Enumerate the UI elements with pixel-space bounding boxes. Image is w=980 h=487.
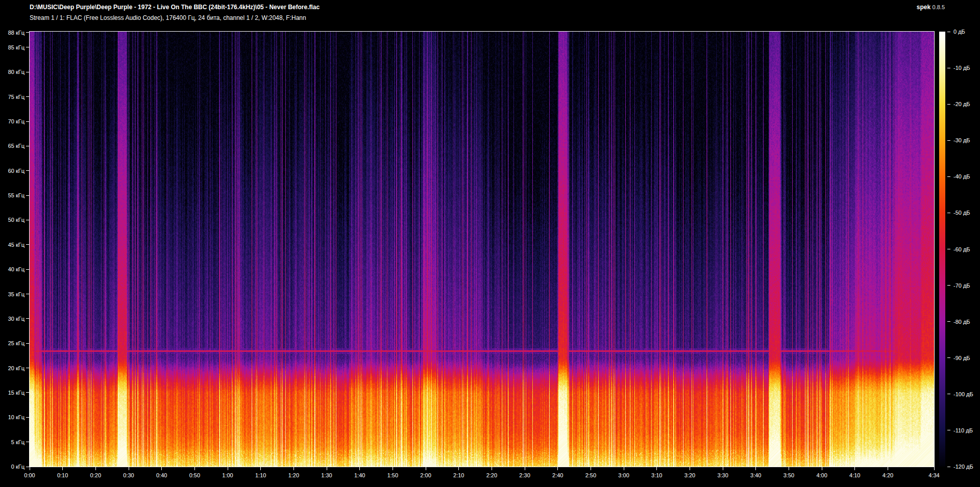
db-tick-mark [947, 394, 950, 394]
app-name-label: spek [917, 4, 930, 11]
freq-tick-label: 5 кГц [1, 439, 24, 445]
spek-window: D:\MUSIC\Deep Purple\Deep Purple - 1972 … [0, 0, 980, 487]
db-legend-gradient [939, 32, 945, 467]
freq-tick-mark [26, 96, 29, 97]
time-tick-label: 3:00 [618, 472, 629, 478]
db-tick-label: -120 дБ [953, 464, 973, 470]
time-tick-mark [95, 467, 96, 470]
freq-tick-label: 50 кГц [1, 217, 24, 223]
freq-tick-label: 10 кГц [1, 414, 24, 420]
time-tick-mark [129, 467, 129, 470]
time-tick-label: 2:10 [453, 472, 464, 478]
time-tick-mark [656, 467, 657, 470]
freq-tick-label: 45 кГц [1, 242, 24, 248]
freq-tick-label: 40 кГц [1, 266, 24, 272]
spectrogram-plot[interactable] [30, 32, 934, 467]
time-tick-label: 4:00 [816, 472, 827, 478]
db-tick-mark [947, 213, 950, 213]
freq-tick-label: 25 кГц [1, 340, 24, 346]
freq-tick-mark [26, 318, 29, 319]
time-tick-mark [591, 467, 591, 470]
time-tick-mark [393, 467, 393, 470]
freq-tick-label: 60 кГц [1, 168, 24, 174]
time-tick-label: 3:40 [750, 472, 761, 478]
time-tick-mark [624, 467, 624, 470]
time-tick-mark [557, 467, 558, 470]
freq-tick-mark [26, 368, 29, 368]
time-tick-mark [228, 467, 228, 470]
time-tick-label: 3:20 [684, 472, 695, 478]
time-tick-mark [327, 467, 327, 470]
freq-tick-mark [26, 121, 29, 122]
freq-tick-mark [26, 47, 29, 47]
time-tick-label: 0:30 [123, 472, 134, 478]
time-tick-label: 1:10 [255, 472, 266, 478]
freq-tick-mark [26, 467, 29, 467]
freq-tick-mark [26, 417, 29, 418]
time-tick-label: 3:30 [717, 472, 728, 478]
time-tick-mark [723, 467, 723, 470]
db-tick-label: -110 дБ [953, 427, 973, 433]
freq-tick-mark [26, 269, 29, 270]
freq-tick-mark [26, 294, 29, 294]
time-tick-mark [293, 467, 294, 470]
db-tick-mark [947, 68, 950, 68]
app-version: spek 0.8.5 [917, 4, 945, 11]
db-tick-label: -100 дБ [953, 391, 973, 397]
db-tick-mark [947, 32, 950, 32]
time-tick-label: 1:30 [321, 472, 332, 478]
db-tick-label: -70 дБ [953, 283, 970, 289]
time-tick-mark [161, 467, 162, 470]
time-tick-mark [458, 467, 459, 470]
db-tick-label: -10 дБ [953, 65, 970, 71]
time-tick-mark [30, 467, 30, 470]
db-tick-mark [947, 104, 950, 105]
freq-tick-mark [26, 244, 29, 245]
time-tick-label: 2:20 [486, 472, 497, 478]
time-tick-label: 2:00 [420, 472, 431, 478]
freq-tick-mark [26, 72, 29, 72]
db-tick-mark [947, 249, 950, 249]
time-tick-label: 0:10 [57, 472, 68, 478]
time-tick-mark [260, 467, 261, 470]
freq-tick-label: 88 кГц [1, 30, 24, 36]
db-tick-mark [947, 357, 950, 358]
freq-tick-mark [26, 32, 29, 33]
time-tick-label: 4:34 [928, 472, 939, 478]
db-tick-mark [947, 430, 950, 430]
time-tick-mark [822, 467, 822, 470]
db-tick-label: -60 дБ [953, 246, 970, 252]
time-tick-mark [492, 467, 492, 470]
time-tick-mark [62, 467, 63, 470]
time-tick-label: 3:50 [783, 472, 794, 478]
freq-tick-label: 20 кГц [1, 365, 24, 371]
time-tick-mark [789, 467, 789, 470]
db-tick-label: -20 дБ [953, 101, 970, 107]
freq-tick-mark [26, 220, 29, 220]
time-tick-label: 0:00 [24, 472, 35, 478]
db-tick-label: -30 дБ [953, 137, 970, 143]
freq-tick-label: 65 кГц [1, 143, 24, 149]
db-tick-mark [947, 467, 950, 467]
time-tick-label: 0:40 [156, 472, 167, 478]
db-tick-label: -80 дБ [953, 319, 970, 325]
db-tick-mark [947, 321, 950, 322]
time-tick-mark [888, 467, 888, 470]
freq-tick-label: 75 кГц [1, 94, 24, 100]
freq-tick-mark [26, 442, 29, 442]
time-tick-mark [525, 467, 525, 470]
time-tick-label: 0:50 [189, 472, 200, 478]
db-tick-label: -90 дБ [953, 355, 970, 361]
time-tick-label: 2:30 [519, 472, 530, 478]
time-tick-label: 1:00 [222, 472, 233, 478]
time-tick-label: 0:20 [90, 472, 101, 478]
time-tick-mark [934, 467, 935, 470]
db-tick-label: -50 дБ [953, 210, 970, 216]
freq-tick-label: 80 кГц [1, 69, 24, 75]
freq-tick-label: 70 кГц [1, 118, 24, 124]
freq-tick-mark [26, 392, 29, 393]
freq-tick-mark [26, 343, 29, 344]
freq-tick-label: 55 кГц [1, 192, 24, 198]
freq-tick-mark [26, 146, 29, 146]
freq-tick-mark [26, 170, 29, 171]
